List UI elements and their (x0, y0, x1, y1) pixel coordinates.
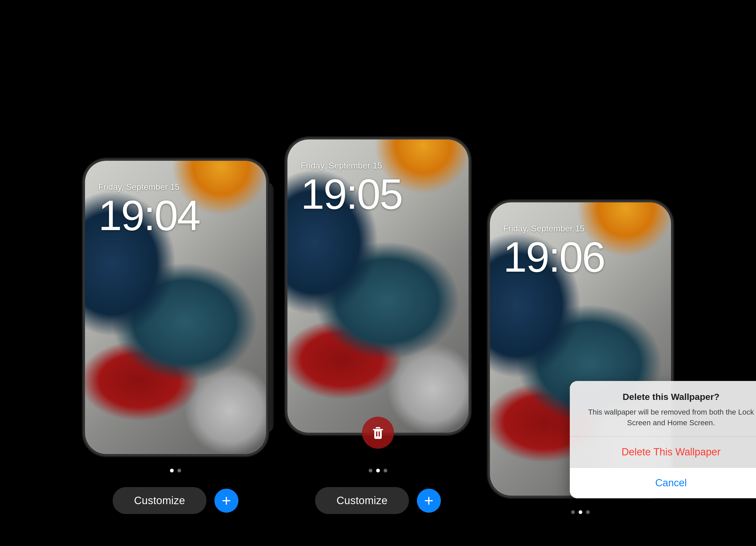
add-button-1[interactable]: + (214, 489, 238, 513)
phone-frame-2: Friday, September 15 19:05 (287, 139, 469, 433)
dot-2-2 (376, 469, 380, 472)
dot-1-1 (170, 469, 174, 472)
lock-date-3: Friday, September 15 (503, 224, 584, 233)
lock-time-1: 19:04 (98, 194, 200, 237)
customize-button-2[interactable]: Customize (315, 487, 409, 514)
bottom-actions-1: Customize + (113, 487, 238, 514)
dot-2-1 (369, 469, 372, 472)
dot-2-3 (384, 469, 387, 472)
phone-panel-1: Friday, September 15 19:04 Customize + (74, 161, 277, 514)
delete-wallpaper-dialog: Delete this Wallpaper? This wallpaper wi… (570, 381, 756, 498)
phone-panel-3: Friday, September 15 19:06 Delete this W… (479, 202, 682, 514)
customize-button-1[interactable]: Customize (113, 487, 206, 514)
phone-side-edge-1 (266, 182, 274, 433)
lock-screen-1: Friday, September 15 19:04 (85, 161, 266, 454)
delete-wallpaper-button[interactable]: Delete This Wallpaper (570, 437, 756, 468)
page-dots-2 (369, 469, 387, 472)
trash-button[interactable] (362, 417, 394, 449)
dot-3-2 (579, 510, 582, 514)
alert-title: Delete this Wallpaper? (583, 392, 756, 402)
dot-1-2 (177, 469, 181, 472)
bottom-actions-2: Customize + (315, 487, 441, 514)
page-dots-1 (170, 469, 181, 472)
page-dots-3 (571, 510, 590, 514)
phone-frame-1: Friday, September 15 19:04 (85, 161, 266, 454)
lock-screen-2: Friday, September 15 19:05 (287, 139, 469, 433)
dot-3-3 (586, 510, 590, 514)
lock-date-2: Friday, September 15 (301, 161, 382, 171)
phone-panel-2: Friday, September 15 19:05 Customize + (277, 139, 479, 514)
alert-body: Delete this Wallpaper? This wallpaper wi… (570, 381, 756, 437)
lock-time-2: 19:05 (301, 173, 402, 215)
add-button-2[interactable]: + (417, 489, 441, 513)
phone-3: Friday, September 15 19:06 Delete this W… (490, 202, 671, 496)
trash-icon (371, 425, 385, 440)
phone-1: Friday, September 15 19:04 (85, 161, 266, 454)
lock-time-3: 19:06 (503, 236, 604, 278)
lock-date-1: Friday, September 15 (98, 182, 180, 192)
dot-3-1 (571, 510, 575, 514)
alert-message: This wallpaper will be removed from both… (583, 407, 756, 429)
phone-2: Friday, September 15 19:05 (287, 139, 469, 433)
cancel-button[interactable]: Cancel (570, 468, 756, 498)
